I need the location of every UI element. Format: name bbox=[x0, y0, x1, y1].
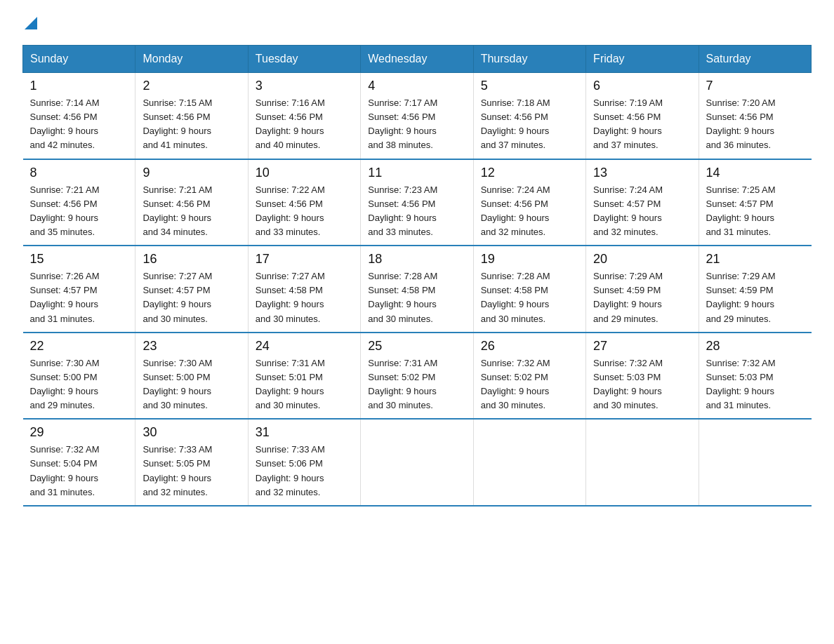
logo bbox=[22, 17, 37, 31]
calendar-cell: 19 Sunrise: 7:28 AMSunset: 4:58 PMDaylig… bbox=[473, 246, 585, 333]
calendar-cell: 5 Sunrise: 7:18 AMSunset: 4:56 PMDayligh… bbox=[473, 73, 585, 159]
calendar-week-row: 1 Sunrise: 7:14 AMSunset: 4:56 PMDayligh… bbox=[23, 73, 812, 159]
day-info: Sunrise: 7:30 AMSunset: 5:00 PMDaylight:… bbox=[30, 358, 100, 410]
calendar-cell: 15 Sunrise: 7:26 AMSunset: 4:57 PMDaylig… bbox=[23, 246, 135, 333]
calendar-cell bbox=[586, 419, 699, 506]
calendar-table: SundayMondayTuesdayWednesdayThursdayFrid… bbox=[22, 45, 812, 507]
calendar-cell: 10 Sunrise: 7:22 AMSunset: 4:56 PMDaylig… bbox=[248, 159, 360, 246]
day-number: 9 bbox=[143, 166, 240, 180]
calendar-cell: 4 Sunrise: 7:17 AMSunset: 4:56 PMDayligh… bbox=[361, 73, 473, 159]
header-saturday: Saturday bbox=[699, 46, 811, 73]
day-number: 16 bbox=[143, 252, 240, 267]
header-sunday: Sunday bbox=[23, 46, 135, 73]
calendar-cell: 23 Sunrise: 7:30 AMSunset: 5:00 PMDaylig… bbox=[135, 333, 248, 420]
day-number: 19 bbox=[481, 252, 578, 267]
day-info: Sunrise: 7:33 AMSunset: 5:05 PMDaylight:… bbox=[143, 444, 212, 497]
day-number: 8 bbox=[30, 166, 128, 180]
calendar-cell: 20 Sunrise: 7:29 AMSunset: 4:59 PMDaylig… bbox=[586, 246, 699, 333]
day-info: Sunrise: 7:14 AMSunset: 4:56 PMDaylight:… bbox=[30, 98, 100, 150]
calendar-cell: 6 Sunrise: 7:19 AMSunset: 4:56 PMDayligh… bbox=[586, 73, 699, 159]
day-number: 10 bbox=[256, 166, 353, 180]
calendar-cell bbox=[361, 419, 473, 506]
calendar-cell: 30 Sunrise: 7:33 AMSunset: 5:05 PMDaylig… bbox=[135, 419, 248, 506]
calendar-cell: 9 Sunrise: 7:21 AMSunset: 4:56 PMDayligh… bbox=[135, 159, 248, 246]
header-tuesday: Tuesday bbox=[248, 46, 360, 73]
day-info: Sunrise: 7:26 AMSunset: 4:57 PMDaylight:… bbox=[30, 271, 100, 323]
calendar-cell: 21 Sunrise: 7:29 AMSunset: 4:59 PMDaylig… bbox=[699, 246, 811, 333]
day-number: 24 bbox=[256, 339, 353, 354]
header-wednesday: Wednesday bbox=[361, 46, 473, 73]
calendar-cell: 26 Sunrise: 7:32 AMSunset: 5:02 PMDaylig… bbox=[473, 333, 585, 420]
day-info: Sunrise: 7:29 AMSunset: 4:59 PMDaylight:… bbox=[593, 271, 663, 323]
day-info: Sunrise: 7:29 AMSunset: 4:59 PMDaylight:… bbox=[706, 271, 776, 323]
calendar-cell bbox=[473, 419, 585, 506]
calendar-cell: 27 Sunrise: 7:32 AMSunset: 5:03 PMDaylig… bbox=[586, 333, 699, 420]
day-number: 15 bbox=[30, 252, 128, 267]
day-info: Sunrise: 7:21 AMSunset: 4:56 PMDaylight:… bbox=[30, 185, 100, 237]
day-info: Sunrise: 7:16 AMSunset: 4:56 PMDaylight:… bbox=[256, 98, 325, 150]
day-number: 30 bbox=[143, 425, 240, 440]
header-monday: Monday bbox=[135, 46, 248, 73]
calendar-cell: 28 Sunrise: 7:32 AMSunset: 5:03 PMDaylig… bbox=[699, 333, 811, 420]
calendar-week-row: 15 Sunrise: 7:26 AMSunset: 4:57 PMDaylig… bbox=[23, 246, 812, 333]
day-number: 7 bbox=[706, 79, 805, 93]
calendar-cell bbox=[699, 419, 811, 506]
day-number: 28 bbox=[706, 339, 805, 354]
day-info: Sunrise: 7:15 AMSunset: 4:56 PMDaylight:… bbox=[143, 98, 212, 150]
day-info: Sunrise: 7:18 AMSunset: 4:56 PMDaylight:… bbox=[481, 98, 550, 150]
day-number: 12 bbox=[481, 166, 578, 180]
day-number: 26 bbox=[481, 339, 578, 354]
header-thursday: Thursday bbox=[473, 46, 585, 73]
day-number: 22 bbox=[30, 339, 128, 354]
day-number: 27 bbox=[593, 339, 691, 354]
day-number: 29 bbox=[30, 425, 128, 440]
calendar-cell: 18 Sunrise: 7:28 AMSunset: 4:58 PMDaylig… bbox=[361, 246, 473, 333]
calendar-cell: 7 Sunrise: 7:20 AMSunset: 4:56 PMDayligh… bbox=[699, 73, 811, 159]
calendar-cell: 8 Sunrise: 7:21 AMSunset: 4:56 PMDayligh… bbox=[23, 159, 135, 246]
calendar-header-row: SundayMondayTuesdayWednesdayThursdayFrid… bbox=[23, 46, 812, 73]
page-header bbox=[22, 17, 812, 31]
calendar-cell: 17 Sunrise: 7:27 AMSunset: 4:58 PMDaylig… bbox=[248, 246, 360, 333]
day-info: Sunrise: 7:28 AMSunset: 4:58 PMDaylight:… bbox=[368, 271, 437, 323]
calendar-cell: 12 Sunrise: 7:24 AMSunset: 4:56 PMDaylig… bbox=[473, 159, 585, 246]
day-number: 23 bbox=[143, 339, 240, 354]
calendar-cell: 14 Sunrise: 7:25 AMSunset: 4:57 PMDaylig… bbox=[699, 159, 811, 246]
calendar-cell: 16 Sunrise: 7:27 AMSunset: 4:57 PMDaylig… bbox=[135, 246, 248, 333]
calendar-cell: 13 Sunrise: 7:24 AMSunset: 4:57 PMDaylig… bbox=[586, 159, 699, 246]
day-number: 25 bbox=[368, 339, 465, 354]
day-info: Sunrise: 7:24 AMSunset: 4:56 PMDaylight:… bbox=[481, 185, 550, 237]
calendar-cell: 25 Sunrise: 7:31 AMSunset: 5:02 PMDaylig… bbox=[361, 333, 473, 420]
day-number: 5 bbox=[481, 79, 578, 93]
day-info: Sunrise: 7:32 AMSunset: 5:03 PMDaylight:… bbox=[706, 358, 776, 410]
calendar-week-row: 8 Sunrise: 7:21 AMSunset: 4:56 PMDayligh… bbox=[23, 159, 812, 246]
day-number: 3 bbox=[256, 79, 353, 93]
day-info: Sunrise: 7:17 AMSunset: 4:56 PMDaylight:… bbox=[368, 98, 437, 150]
day-number: 1 bbox=[30, 79, 128, 93]
calendar-cell: 3 Sunrise: 7:16 AMSunset: 4:56 PMDayligh… bbox=[248, 73, 360, 159]
calendar-cell: 24 Sunrise: 7:31 AMSunset: 5:01 PMDaylig… bbox=[248, 333, 360, 420]
day-number: 13 bbox=[593, 166, 691, 180]
day-number: 20 bbox=[593, 252, 691, 267]
day-info: Sunrise: 7:32 AMSunset: 5:03 PMDaylight:… bbox=[593, 358, 663, 410]
day-info: Sunrise: 7:24 AMSunset: 4:57 PMDaylight:… bbox=[593, 185, 663, 237]
day-info: Sunrise: 7:32 AMSunset: 5:02 PMDaylight:… bbox=[481, 358, 550, 410]
day-info: Sunrise: 7:22 AMSunset: 4:56 PMDaylight:… bbox=[256, 185, 325, 237]
day-info: Sunrise: 7:19 AMSunset: 4:56 PMDaylight:… bbox=[593, 98, 663, 150]
day-info: Sunrise: 7:21 AMSunset: 4:56 PMDaylight:… bbox=[143, 185, 212, 237]
calendar-cell: 29 Sunrise: 7:32 AMSunset: 5:04 PMDaylig… bbox=[23, 419, 135, 506]
day-number: 4 bbox=[368, 79, 465, 93]
calendar-cell: 22 Sunrise: 7:30 AMSunset: 5:00 PMDaylig… bbox=[23, 333, 135, 420]
calendar-week-row: 29 Sunrise: 7:32 AMSunset: 5:04 PMDaylig… bbox=[23, 419, 812, 506]
day-info: Sunrise: 7:27 AMSunset: 4:57 PMDaylight:… bbox=[143, 271, 212, 323]
day-number: 18 bbox=[368, 252, 465, 267]
day-info: Sunrise: 7:23 AMSunset: 4:56 PMDaylight:… bbox=[368, 185, 437, 237]
day-info: Sunrise: 7:31 AMSunset: 5:01 PMDaylight:… bbox=[256, 358, 325, 410]
day-info: Sunrise: 7:25 AMSunset: 4:57 PMDaylight:… bbox=[706, 185, 776, 237]
day-info: Sunrise: 7:33 AMSunset: 5:06 PMDaylight:… bbox=[256, 444, 325, 497]
day-number: 21 bbox=[706, 252, 805, 267]
day-info: Sunrise: 7:30 AMSunset: 5:00 PMDaylight:… bbox=[143, 358, 212, 410]
calendar-cell: 2 Sunrise: 7:15 AMSunset: 4:56 PMDayligh… bbox=[135, 73, 248, 159]
day-info: Sunrise: 7:28 AMSunset: 4:58 PMDaylight:… bbox=[481, 271, 550, 323]
day-info: Sunrise: 7:31 AMSunset: 5:02 PMDaylight:… bbox=[368, 358, 437, 410]
day-number: 14 bbox=[706, 166, 805, 180]
